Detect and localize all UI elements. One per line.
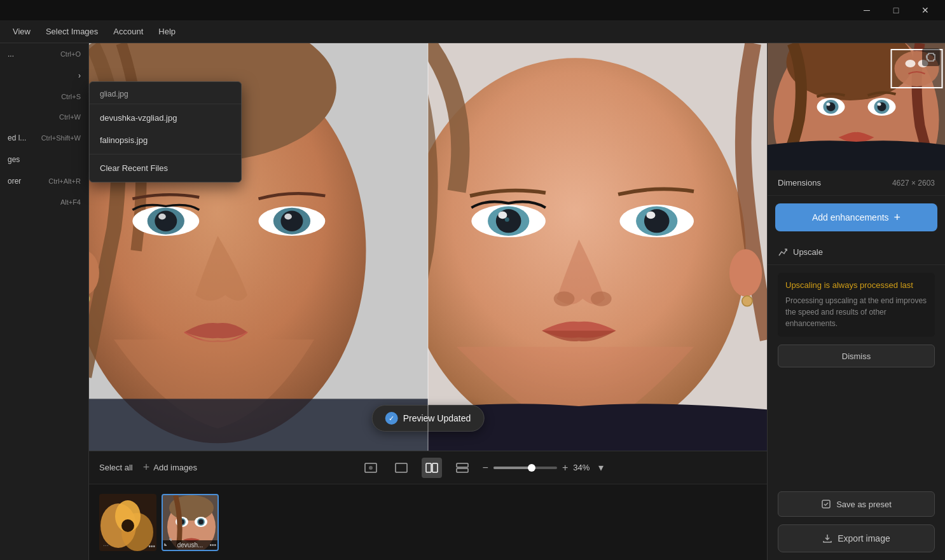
menu-open-shortcut: Ctrl+O (60, 50, 81, 58)
toast-label: Preview Updated (403, 413, 471, 423)
minimize-button[interactable]: ─ (852, 0, 881, 20)
dropdown-header: gliad.jpg (90, 85, 241, 104)
menu-open[interactable]: ... Ctrl+O (0, 43, 88, 65)
dropdown-divider (90, 154, 241, 154)
main-layout: ... Ctrl+O › Ctrl+S Ctrl+W ed l... Ctrl+… (0, 43, 945, 560)
view-single-frame-button[interactable] (391, 458, 411, 478)
thumbnail-options-button[interactable]: ••• (148, 543, 155, 550)
upscale-icon (778, 247, 788, 257)
save-preset-button[interactable]: Save as preset (778, 491, 935, 517)
zoom-control: − + 34% ▾ (483, 461, 604, 474)
save-preset-label: Save as preset (836, 500, 892, 509)
menu-close-all-shortcut: Ctrl+Shift+W (41, 134, 81, 142)
menu-close-all-label: ed l... (8, 133, 26, 142)
maximize-button[interactable]: □ (881, 0, 911, 20)
view-single-button[interactable] (361, 458, 381, 478)
right-panel-spacer (768, 375, 945, 484)
svg-point-28 (742, 296, 752, 306)
thumbnail-face-options-button[interactable]: ••• (209, 542, 216, 549)
crop-rotate-button[interactable] (922, 48, 940, 66)
add-enhancements-plus-icon: + (894, 211, 901, 224)
upscale-title[interactable]: Upscale (778, 247, 935, 257)
svg-rect-34 (457, 463, 468, 467)
svg-rect-31 (396, 463, 407, 472)
svg-point-6 (158, 214, 166, 219)
menu-item-select-images[interactable]: Select Images (38, 23, 106, 40)
menu-close-all[interactable]: ed l... Ctrl+Shift+W (0, 127, 88, 149)
dropdown-menu: gliad.jpg devushka-vzgliad.jpg falinopsi… (89, 81, 242, 182)
bottom-bar-left: Select all + Add images (99, 461, 197, 474)
select-all-button[interactable]: Select all (99, 463, 133, 472)
svg-point-56 (827, 103, 831, 106)
menu-explorer-label: orer (8, 177, 21, 186)
upscale-section: Upscale (768, 239, 945, 265)
zoom-out-button[interactable]: − (483, 462, 488, 474)
add-enhancements-button[interactable]: Add enhancements + (775, 203, 937, 231)
menu-explorer[interactable]: orer Ctrl+Alt+R (0, 170, 88, 192)
menu-save[interactable]: Ctrl+S (0, 86, 88, 107)
menu-item-help[interactable]: Help (151, 23, 183, 40)
close-button[interactable]: ✕ (911, 0, 940, 20)
dropdown-item-clear[interactable]: Clear Recent Files (90, 157, 241, 179)
menu-item-account[interactable]: Account (106, 23, 151, 40)
menu-item-view[interactable]: View (5, 23, 38, 40)
svg-point-26 (591, 291, 612, 306)
svg-point-64 (906, 60, 916, 67)
svg-point-10 (284, 214, 292, 219)
left-panel: ... Ctrl+O › Ctrl+S Ctrl+W ed l... Ctrl+… (0, 43, 89, 560)
thumbnail-face[interactable]: devush... ••• (162, 494, 219, 551)
add-images-button[interactable]: + Add images (143, 461, 197, 474)
svg-point-5 (155, 210, 177, 231)
thumbnail-expand-icon (164, 537, 172, 549)
export-label: Export image (838, 533, 890, 543)
menu-close[interactable]: Ctrl+W (0, 107, 88, 127)
zoom-dropdown-button[interactable]: ▾ (598, 461, 604, 474)
view-split-v-button[interactable] (452, 458, 472, 478)
svg-point-20 (505, 217, 509, 222)
svg-point-30 (369, 466, 373, 470)
dimensions-value: 4627 × 2603 (892, 179, 935, 188)
menu-explorer-shortcut: Ctrl+Alt+R (48, 177, 81, 185)
zoom-in-button[interactable]: + (562, 462, 568, 474)
zoom-value: 34% (573, 463, 593, 472)
upscale-warning: Upscaling is always processed last Proce… (778, 273, 935, 337)
svg-point-24 (646, 212, 655, 219)
thumbnail-strip: ... ••• devush... (89, 484, 767, 560)
right-panel: Dimensions 4627 × 2603 Add enhancements … (767, 43, 945, 560)
svg-point-9 (280, 210, 303, 231)
add-images-label: Add images (153, 463, 197, 472)
svg-point-49 (198, 519, 203, 524)
preview-thumbnail (768, 43, 945, 170)
svg-rect-32 (426, 463, 431, 472)
submenu-arrow: › (78, 71, 81, 80)
image-right-half (428, 43, 767, 451)
menu-exit[interactable]: Alt+F4 (0, 192, 88, 212)
thumbnail-flower[interactable]: ... ••• (99, 494, 156, 551)
menu-exit-shortcut: Alt+F4 (60, 198, 81, 206)
save-preset-icon (821, 499, 831, 509)
menu-open-label: ... (8, 50, 14, 58)
dismiss-button[interactable]: Dismiss (778, 345, 935, 367)
menu-save-shortcut: Ctrl+S (61, 93, 81, 100)
titlebar: ─ □ ✕ (0, 0, 945, 20)
dimensions-title: Dimensions (778, 178, 821, 188)
toast-checkmark-icon: ✓ (385, 412, 398, 425)
menu-images[interactable]: ges (0, 149, 88, 170)
export-button[interactable]: Export image (778, 524, 935, 552)
menu-recent[interactable]: › (0, 65, 88, 86)
view-split-h-button[interactable] (422, 458, 442, 478)
thumbnail-more-count: ... (103, 540, 109, 547)
svg-rect-33 (432, 463, 438, 472)
svg-point-60 (878, 103, 881, 106)
svg-point-27 (729, 249, 762, 297)
warning-text: Processing upscaling at the end improves… (785, 295, 927, 329)
zoom-slider[interactable] (493, 467, 557, 469)
svg-rect-66 (768, 145, 945, 170)
dropdown-item-1[interactable]: falinopsis.jpg (90, 129, 241, 151)
add-icon: + (143, 461, 150, 474)
bottom-bar-center: − + 34% ▾ (207, 458, 757, 478)
add-enhancements-label: Add enhancements (812, 212, 889, 222)
menu-images-label: ges (8, 155, 20, 164)
warning-title: Upscaling is always processed last (785, 280, 927, 290)
dropdown-item-0[interactable]: devushka-vzgliad.jpg (90, 107, 241, 129)
